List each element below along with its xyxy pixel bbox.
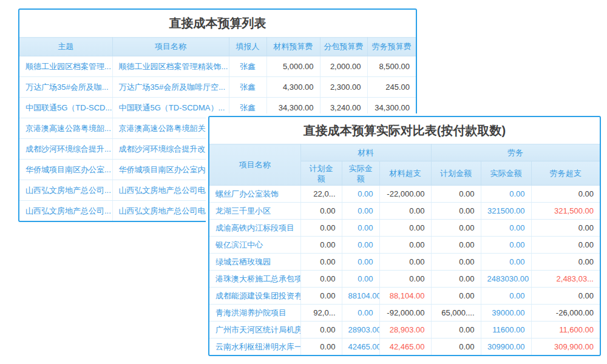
subject-link[interactable]: 山西弘文房地产总公司... [19,201,112,221]
group-header-labor: 劳务 [431,144,600,161]
labor-plan-cell: 0.00 [431,237,481,254]
project-link[interactable]: 万达广场35#会所及咖啡厅空... [112,77,229,98]
material-actual-link[interactable]: 0.00 [342,186,379,203]
labor-over-cell: 0.00 [531,237,600,254]
table-row: 云南水利枢纽潜明水库一期工程 0.00 42465.00 42,465.00 0… [209,339,600,356]
labor-over-cell: 2,483,03... [531,271,600,288]
labor-actual-link[interactable]: 0.00 [481,288,531,305]
project-link[interactable]: 中国联通5G（TD-SCDMA）... [112,98,229,118]
material-actual-link[interactable]: 0.00 [342,220,379,237]
col-header-project: 项目名称 [112,38,229,56]
labor-actual-link[interactable]: 321500.00 [481,203,531,220]
material-plan-cell: 0.00 [300,339,342,356]
labor-actual-link[interactable]: 309900.00 [481,339,531,356]
material-over-cell: 0.00 [379,220,431,237]
labor-plan-cell: 65,000.... [431,305,481,322]
material-actual-link[interactable]: 0.00 [342,271,379,288]
material-plan-cell: 22,0... [300,186,342,203]
material-over-cell: 0.00 [379,203,431,220]
table-row: 螺丝厂办公室装饰 22,0... 0.00 -22,000.00 0.00 0.… [209,186,600,203]
labor-plan-cell: 0.00 [431,254,481,271]
material-actual-link[interactable]: 0.00 [342,305,379,322]
subject-link[interactable]: 中国联通5G（TD-SCD... [19,98,112,118]
material-plan-cell: 0.00 [300,271,342,288]
subject-link[interactable]: 山西弘文房地产总公司... [19,180,112,201]
group-header-row: 项目名称 材料 劳务 [209,144,600,161]
reporter-link[interactable]: 张鑫 [229,98,266,118]
budget-list-title: 直接成本预算列表 [19,10,416,37]
project-link[interactable]: 成都能源建设集团投资有限公司 [209,288,300,305]
material-actual-link[interactable]: 28903.00 [342,322,379,339]
labor-actual-link[interactable]: 11600.00 [481,322,531,339]
col-header-subcontract-budget: 分包预算费 [320,38,367,56]
budget-actual-compare-title: 直接成本预算实际对比表(按付款取数) [209,117,600,144]
labor-over-cell: 321,500.00 [531,203,600,220]
table-row: 成都能源建设集团投资有限公司 0.00 88104.00 88,104.00 0… [209,288,600,305]
col-header-labor-actual: 实际金额 [481,161,531,186]
col-header-labor-budget: 劳务预算费 [367,38,416,56]
labor-plan-cell: 0.00 [431,186,481,203]
labor-actual-link[interactable]: 2483030.00 [481,271,531,288]
project-link[interactable]: 港珠澳大桥施工总承包项目 [209,271,300,288]
project-link[interactable]: 成渝高铁内江标段项目 [209,220,300,237]
labor-plan-cell: 0.00 [431,271,481,288]
table-row: 绿城云栖玫瑰园 0.00 0.00 0.00 0.00 0.00 0.00 [209,254,600,271]
material-actual-link[interactable]: 0.00 [342,203,379,220]
project-link[interactable]: 银亿滨江中心 [209,237,300,254]
labor-budget-cell: 245.00 [367,77,416,98]
labor-plan-cell: 0.00 [431,339,481,356]
material-plan-cell: 0.00 [300,254,342,271]
table-row: 中国联通5G（TD-SCD... 中国联通5G（TD-SCDMA）... 张鑫 … [19,98,416,118]
subject-link[interactable]: 京港澳高速公路粤境韶... [19,118,112,139]
table-row: 龙湖三千里小区 0.00 0.00 0.00 0.00 321500.00 32… [209,203,600,220]
material-actual-link[interactable]: 0.00 [342,254,379,271]
col-header-material-actual: 实际金额 [342,161,379,186]
material-actual-link[interactable]: 42465.00 [342,339,379,356]
subject-link[interactable]: 成都沙河环境综合提升... [19,139,112,160]
col-header-labor-over: 劳务超支 [531,161,600,186]
group-header-material: 材料 [300,144,431,161]
labor-over-cell: 0.00 [531,186,600,203]
table-row: 顺德工业园区档案管理... 顺德工业园区档案管理精装饰... 张鑫 5,000.… [19,56,416,77]
subject-link[interactable]: 顺德工业园区档案管理... [19,56,112,77]
labor-budget-cell: 34,300.00 [367,98,416,118]
material-budget-cell: 5,000.00 [266,56,320,77]
reporter-link[interactable]: 张鑫 [229,77,266,98]
subcontract-budget-cell: 2,000.00 [320,56,367,77]
material-plan-cell: 0.00 [300,322,342,339]
material-actual-link[interactable]: 88104.00 [342,288,379,305]
labor-actual-link[interactable]: 0.00 [481,186,531,203]
project-link[interactable]: 青海洪湖养护院项目 [209,305,300,322]
project-link[interactable]: 云南水利枢纽潜明水库一期工程 [209,339,300,356]
labor-plan-cell: 0.00 [431,288,481,305]
table-row: 青海洪湖养护院项目 92,0... 0.00 -92,000.00 65,000… [209,305,600,322]
labor-budget-cell: 8,500.00 [367,56,416,77]
subject-link[interactable]: 万达广场35#会所及咖... [19,77,112,98]
project-link[interactable]: 绿城云栖玫瑰园 [209,254,300,271]
col-header-project: 项目名称 [209,144,300,186]
project-link[interactable]: 广州市天河区统计局机房改造 [209,322,300,339]
material-actual-link[interactable]: 0.00 [342,237,379,254]
material-plan-cell: 0.00 [300,237,342,254]
labor-actual-link[interactable]: 0.00 [481,237,531,254]
labor-actual-link[interactable]: 39000.00 [481,305,531,322]
labor-plan-cell: 0.00 [431,220,481,237]
col-header-material-budget: 材料预算费 [266,38,320,56]
col-header-material-over: 材料超支 [379,161,431,186]
labor-over-cell: 0.00 [531,288,600,305]
col-header-labor-plan: 计划金额 [431,161,481,186]
labor-over-cell: 309,900.00 [531,339,600,356]
material-over-cell: 88,104.00 [379,288,431,305]
reporter-link[interactable]: 张鑫 [229,56,266,77]
subject-link[interactable]: 华侨城项目南区办公室... [19,160,112,180]
labor-over-cell: 0.00 [531,220,600,237]
project-link[interactable]: 螺丝厂办公室装饰 [209,186,300,203]
labor-plan-cell: 0.00 [431,322,481,339]
labor-actual-link[interactable]: 0.00 [481,254,531,271]
material-plan-cell: 0.00 [300,288,342,305]
budget-actual-compare-table: 项目名称 材料 劳务 计划金额 实际金额 材料超支 计划金额 实际金额 劳务超支… [209,144,600,355]
material-plan-cell: 0.00 [300,220,342,237]
project-link[interactable]: 龙湖三千里小区 [209,203,300,220]
project-link[interactable]: 顺德工业园区档案管理精装饰... [112,56,229,77]
labor-actual-link[interactable]: 0.00 [481,220,531,237]
